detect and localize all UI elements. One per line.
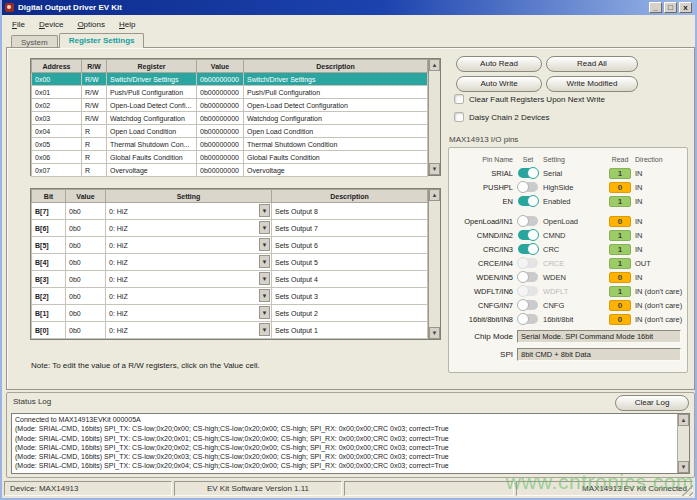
scroll-down-arrow-icon[interactable]: ▼ — [429, 163, 440, 175]
log-line: (Mode: SRIAL-CMD, 16bits) SPI_TX: CS-low… — [15, 461, 686, 470]
bit-row: B[6]0b00: HiZ▼Sets Output 7 — [32, 220, 428, 237]
read-header: Read — [608, 156, 632, 163]
setting-dropdown[interactable]: 0: HiZ▼ — [106, 220, 272, 237]
io-pins-panel: Pin Name Set Setting Read Direction SRIA… — [448, 147, 688, 373]
scroll-down-arrow-icon[interactable]: ▼ — [678, 461, 689, 473]
value-cell[interactable]: 0b00000000 — [197, 138, 244, 151]
setting-dropdown[interactable]: 0: HiZ▼ — [106, 288, 272, 305]
value-cell[interactable]: 0b00000000 — [197, 112, 244, 125]
menu-bar: FileDeviceOptionsHelp — [2, 15, 695, 33]
setting-dropdown[interactable]: 0: HiZ▼ — [106, 271, 272, 288]
dropdown-arrow-icon[interactable]: ▼ — [259, 255, 270, 268]
address-cell: 0x01 — [32, 86, 82, 99]
pin-set-toggle[interactable] — [518, 272, 538, 282]
status-log-scrollbar[interactable]: ▲ ▼ — [677, 414, 689, 473]
dropdown-arrow-icon[interactable]: ▼ — [259, 272, 270, 285]
menu-item-options[interactable]: Options — [77, 20, 105, 29]
toggle-knob — [517, 299, 529, 311]
io-pins-header: Pin Name Set Setting Read Direction — [453, 153, 681, 166]
bit-table-scrollbar[interactable]: ▲ ▼ — [428, 189, 440, 339]
write-modified-button[interactable]: Write Modified — [546, 76, 638, 92]
register-row[interactable]: 0x03R/WWatchdog Configuration0b00000000W… — [32, 112, 428, 125]
setting-dropdown[interactable]: 0: HiZ▼ — [106, 305, 272, 322]
pin-read-indicator: 1 — [609, 230, 631, 241]
value-cell[interactable]: 0b00000000 — [197, 164, 244, 177]
status-log-title: Status Log — [13, 397, 51, 406]
daisy-chain-checkbox[interactable] — [454, 112, 464, 122]
pin-setting-label: Serial — [543, 169, 605, 178]
register-row[interactable]: 0x07ROvervoltage0b00000000Overvoltage — [32, 164, 428, 177]
pin-read-indicator: 1 — [609, 258, 631, 269]
pin-set-toggle[interactable] — [518, 196, 538, 206]
dropdown-arrow-icon[interactable]: ▼ — [259, 306, 270, 319]
pin-read-indicator: 1 — [609, 168, 631, 179]
register-table-scrollbar[interactable]: ▲ ▼ — [428, 59, 440, 175]
setting-dropdown[interactable]: 0: HiZ▼ — [106, 237, 272, 254]
value-cell[interactable]: 0b00000000 — [197, 86, 244, 99]
register-row[interactable]: 0x02R/WOpen-Load Detect Confi...0b000000… — [32, 99, 428, 112]
value-cell[interactable]: 0b00000000 — [197, 151, 244, 164]
auto-write-button[interactable]: Auto Write — [456, 76, 542, 92]
menu-item-help[interactable]: Help — [119, 20, 135, 29]
register-row[interactable]: 0x05RThermal Shutdown Con...0b00000000Th… — [32, 138, 428, 151]
tab-register-settings[interactable]: Register Settings — [59, 33, 145, 48]
register-row[interactable]: 0x00R/WSwitch/Driver Settings0b00000000S… — [32, 73, 428, 86]
setting-dropdown[interactable]: 0: HiZ▼ — [106, 254, 272, 271]
minimize-button[interactable]: _ — [649, 2, 662, 13]
read-all-button[interactable]: Read All — [546, 56, 638, 72]
value-cell[interactable]: 0b00000000 — [197, 125, 244, 138]
app-icon — [5, 3, 14, 12]
dropdown-arrow-icon[interactable]: ▼ — [259, 289, 270, 302]
dropdown-arrow-icon[interactable]: ▼ — [259, 204, 270, 217]
description-cell: Open-Load Detect Configuration — [244, 99, 428, 112]
bit-value-cell: 0b0 — [66, 237, 106, 254]
bit-description-cell: Sets Output 6 — [272, 237, 428, 254]
clear-log-button[interactable]: Clear Log — [615, 395, 689, 411]
pin-name: OpenLoad/IN1 — [453, 217, 513, 226]
pin-set-toggle[interactable] — [518, 300, 538, 310]
pin-row: OpenLoad/IN1OpenLoad0IN — [453, 214, 681, 228]
scroll-up-arrow-icon[interactable]: ▲ — [429, 59, 440, 71]
bit-cell: B[2] — [32, 288, 66, 305]
setting-dropdown[interactable]: 0: HiZ▼ — [106, 322, 272, 339]
dropdown-arrow-icon[interactable]: ▼ — [259, 238, 270, 251]
pin-set-toggle[interactable] — [518, 230, 538, 240]
bit-table: BitValueSettingDescription B[7]0b00: HiZ… — [30, 188, 441, 340]
dropdown-arrow-icon[interactable]: ▼ — [259, 221, 270, 234]
bit-row: B[0]0b00: HiZ▼Sets Output 1 — [32, 322, 428, 339]
value-cell[interactable]: 0b00000000 — [197, 99, 244, 112]
register-row[interactable]: 0x06RGlobal Faults Condition0b00000000Gl… — [32, 151, 428, 164]
bit-description-cell: Sets Output 8 — [272, 203, 428, 220]
menu-item-device[interactable]: Device — [39, 20, 63, 29]
pin-set-toggle[interactable] — [518, 216, 538, 226]
dropdown-arrow-icon[interactable]: ▼ — [259, 323, 270, 336]
bit-value-cell: 0b0 — [66, 220, 106, 237]
pin-set-toggle[interactable] — [518, 244, 538, 254]
register-row[interactable]: 0x01R/WPush/Pull Configuration0b00000000… — [32, 86, 428, 99]
bit-description-cell: Sets Output 4 — [272, 271, 428, 288]
register-settings-page: AddressR/WRegisterValueDescription 0x00R… — [6, 47, 695, 390]
pin-set-toggle[interactable] — [518, 182, 538, 192]
auto-read-button[interactable]: Auto Read — [456, 56, 542, 72]
close-button[interactable]: x — [679, 2, 692, 13]
status-bar: Device: MAX14913 EV Kit Software Version… — [2, 480, 695, 498]
scroll-down-arrow-icon[interactable]: ▼ — [429, 327, 440, 339]
menu-item-file[interactable]: File — [12, 20, 25, 29]
scroll-up-arrow-icon[interactable]: ▲ — [678, 414, 689, 426]
pin-read-indicator: 0 — [609, 182, 631, 193]
value-cell[interactable]: 0b00000000 — [197, 73, 244, 86]
pin-direction: IN — [635, 217, 681, 226]
register-row[interactable]: 0x04ROpen Load Condition0b00000000Open L… — [32, 125, 428, 138]
setting-dropdown[interactable]: 0: HiZ▼ — [106, 203, 272, 220]
scroll-up-arrow-icon[interactable]: ▲ — [429, 189, 440, 201]
clear-fault-checkbox[interactable] — [454, 94, 464, 104]
pin-setting-label: CRCE — [543, 259, 605, 268]
pin-set-toggle[interactable] — [518, 168, 538, 178]
description-cell: Global Faults Condition — [244, 151, 428, 164]
maximize-button[interactable]: □ — [664, 2, 677, 13]
pin-name: EN — [453, 197, 513, 206]
pin-set-toggle[interactable] — [518, 314, 538, 324]
setting-header: Setting — [543, 156, 605, 163]
rw-cell: R — [82, 138, 107, 151]
pin-read-indicator: 1 — [609, 244, 631, 255]
